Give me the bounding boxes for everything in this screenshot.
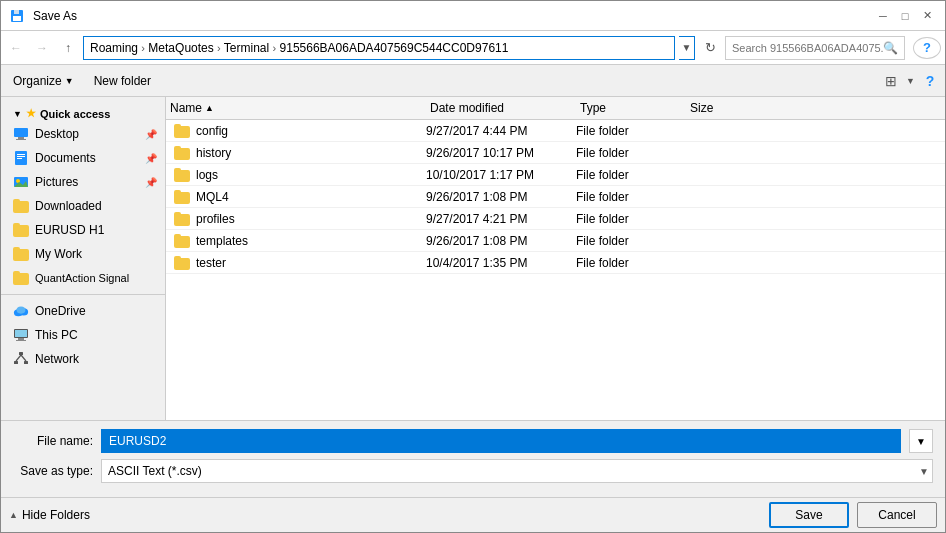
col-name-label: Name [170, 101, 202, 115]
sidebar-item-onedrive[interactable]: OneDrive [1, 299, 165, 323]
cancel-button[interactable]: Cancel [857, 502, 937, 528]
window-controls: ─ □ ✕ [873, 6, 937, 26]
table-row[interactable]: tester 10/4/2017 1:35 PM File folder [166, 252, 945, 274]
svg-rect-18 [18, 338, 24, 340]
col-header-size[interactable]: Size [686, 101, 766, 115]
path-text: Roaming › MetaQuotes › Terminal › 915566… [90, 41, 508, 55]
col-header-date[interactable]: Date modified [426, 101, 576, 115]
help-button[interactable]: ? [913, 37, 941, 59]
table-row[interactable]: profiles 9/27/2017 4:21 PM File folder [166, 208, 945, 230]
filename-input[interactable] [101, 429, 901, 453]
view-button[interactable]: ⊞ [880, 70, 902, 92]
file-name-cell: config [196, 124, 228, 138]
view-dropdown-icon[interactable]: ▼ [906, 76, 915, 86]
forward-button[interactable]: → [31, 37, 53, 59]
folder-icon-eurusd [13, 223, 29, 237]
svg-point-15 [17, 307, 26, 314]
svg-rect-22 [24, 361, 28, 364]
sidebar-divider-1 [1, 294, 165, 295]
file-type-cell: File folder [576, 190, 686, 204]
close-button[interactable]: ✕ [917, 6, 937, 26]
sidebar-item-eurusd[interactable]: EURUSD H1 [1, 218, 165, 242]
file-rows-container: config 9/27/2017 4:44 PM File folder his… [166, 120, 945, 274]
sidebar-item-network[interactable]: Network [1, 347, 165, 371]
organize-button[interactable]: Organize ▼ [5, 69, 82, 93]
address-path[interactable]: Roaming › MetaQuotes › Terminal › 915566… [83, 36, 675, 60]
folder-icon-row [174, 190, 190, 204]
col-size-label: Size [690, 101, 713, 115]
file-type-cell: File folder [576, 234, 686, 248]
file-date-cell: 10/10/2017 1:17 PM [426, 168, 576, 182]
refresh-button[interactable]: ↻ [699, 37, 721, 59]
toolbar: Organize ▼ New folder ⊞ ▼ ? [1, 65, 945, 97]
sidebar: ▼ ★ Quick access Desktop 📌 [1, 97, 166, 420]
minimize-button[interactable]: ─ [873, 6, 893, 26]
svg-rect-9 [17, 158, 22, 159]
sidebar-item-thispc[interactable]: This PC [1, 323, 165, 347]
file-name-cell: history [196, 146, 231, 160]
sort-arrow-icon: ▲ [205, 103, 214, 113]
organize-label: Organize [13, 74, 62, 88]
pin-icon-pictures: 📌 [145, 177, 157, 188]
file-type-cell: File folder [576, 212, 686, 226]
hide-folders-label: Hide Folders [22, 508, 90, 522]
sidebar-item-documents[interactable]: Documents 📌 [1, 146, 165, 170]
pictures-label: Pictures [35, 175, 78, 189]
sidebar-item-downloaded[interactable]: Downloaded [1, 194, 165, 218]
up-button[interactable]: ↑ [57, 37, 79, 59]
saveastype-wrapper[interactable]: ASCII Text (*.csv) ▼ [101, 459, 933, 483]
svg-rect-8 [17, 156, 25, 157]
documents-icon [13, 150, 29, 166]
chevron-up-icon: ▲ [9, 510, 18, 520]
folder-icon-row [174, 256, 190, 270]
table-row[interactable]: history 9/26/2017 10:17 PM File folder [166, 142, 945, 164]
action-buttons: Save Cancel [769, 502, 937, 528]
thispc-label: This PC [35, 328, 78, 342]
title-bar: Save As ─ □ ✕ [1, 1, 945, 31]
filename-label: File name: [13, 434, 93, 448]
svg-rect-2 [14, 10, 19, 14]
save-button[interactable]: Save [769, 502, 849, 528]
sidebar-item-mywork[interactable]: My Work [1, 242, 165, 266]
file-date-cell: 9/26/2017 1:08 PM [426, 190, 576, 204]
table-row[interactable]: config 9/27/2017 4:44 PM File folder [166, 120, 945, 142]
address-dropdown[interactable]: ▼ [679, 36, 695, 60]
svg-rect-17 [15, 330, 27, 337]
file-date-cell: 10/4/2017 1:35 PM [426, 256, 576, 270]
table-row[interactable]: logs 10/10/2017 1:17 PM File folder [166, 164, 945, 186]
sidebar-item-desktop[interactable]: Desktop 📌 [1, 122, 165, 146]
table-row[interactable]: MQL4 9/26/2017 1:08 PM File folder [166, 186, 945, 208]
new-folder-button[interactable]: New folder [86, 69, 159, 93]
quick-access-section[interactable]: ▼ ★ Quick access [1, 101, 165, 122]
quick-access-label: Quick access [40, 108, 110, 120]
search-box[interactable]: 🔍 [725, 36, 905, 60]
sidebar-item-pictures[interactable]: Pictures 📌 [1, 170, 165, 194]
col-type-label: Type [580, 101, 606, 115]
title-text: Save As [33, 9, 77, 23]
file-date-cell: 9/27/2017 4:44 PM [426, 124, 576, 138]
pin-icon-desktop: 📌 [145, 129, 157, 140]
folder-icon-quantaction [13, 271, 29, 285]
network-label: Network [35, 352, 79, 366]
help-icon-button[interactable]: ? [919, 70, 941, 92]
organize-chevron-icon: ▼ [65, 76, 74, 86]
maximize-button[interactable]: □ [895, 6, 915, 26]
saveastype-select[interactable]: ASCII Text (*.csv) [101, 459, 933, 483]
computer-icon [13, 327, 29, 343]
mywork-label: My Work [35, 247, 82, 261]
filename-row: File name: ▼ [13, 429, 933, 453]
onedrive-label: OneDrive [35, 304, 86, 318]
star-icon: ★ [26, 107, 36, 120]
filename-dropdown-icon[interactable]: ▼ [909, 429, 933, 453]
onedrive-icon [13, 305, 29, 317]
sidebar-item-quantaction[interactable]: QuantAction Signal [1, 266, 165, 290]
back-button[interactable]: ← [5, 37, 27, 59]
col-header-name[interactable]: Name ▲ [166, 101, 426, 115]
file-name-cell: templates [196, 234, 248, 248]
table-row[interactable]: templates 9/26/2017 1:08 PM File folder [166, 230, 945, 252]
main-content: ▼ ★ Quick access Desktop 📌 [1, 97, 945, 420]
col-header-type[interactable]: Type [576, 101, 686, 115]
quantaction-label: QuantAction Signal [35, 272, 129, 284]
hide-folders-button[interactable]: ▲ Hide Folders [9, 508, 90, 522]
search-input[interactable] [732, 42, 883, 54]
